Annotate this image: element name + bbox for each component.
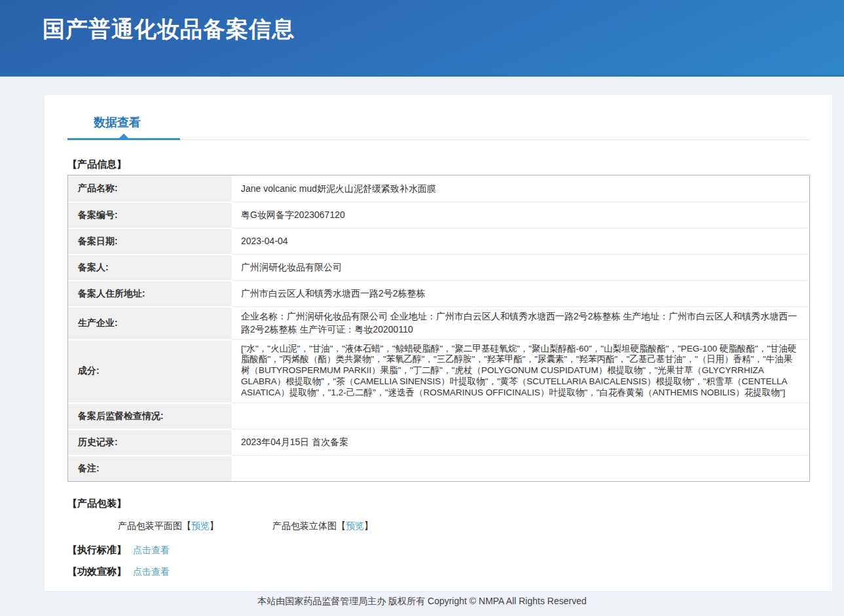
packaging-section-title: 【产品包装】 [67, 498, 832, 510]
active-tab-arrow-icon [119, 134, 128, 138]
bracket-open: 【 [182, 520, 191, 532]
table-row-filing-number: 备案编号: 粤G妆网备字2023067120 [68, 202, 809, 228]
efficacy-view-link[interactable]: 点击查看 [133, 566, 170, 577]
row-label: 备案编号: [68, 202, 232, 228]
tab-divider [67, 139, 810, 140]
efficacy-label: 【功效宣称】 [67, 566, 126, 577]
packaging-stereo-preview-link[interactable]: 预览 [346, 520, 364, 532]
standards-row: 【执行标准】点击查看 [67, 544, 832, 556]
table-row-filer-address: 备案人住所地址: 广州市白云区人和镇秀水塘西一路2号2栋整栋 [68, 280, 809, 306]
bracket-close: 】 [210, 520, 219, 532]
table-row-remarks: 备注: [68, 455, 809, 481]
table-row-filing-date: 备案日期: 2023-04-04 [68, 228, 809, 254]
tab-bar: 数据查看 [45, 95, 832, 140]
row-value: Jane volcanic mud妍泥火山泥舒缓紧致补水面膜 [232, 175, 809, 202]
row-value [232, 403, 809, 429]
table-row-supervision: 备案后监督检查情况: [68, 403, 809, 429]
bracket-open: 【 [337, 520, 346, 532]
row-label: 备案后监督检查情况: [68, 403, 232, 429]
row-label: 成分: [68, 339, 232, 403]
tab-data-view[interactable]: 数据查看 [94, 115, 141, 139]
row-label: 备案日期: [68, 228, 232, 254]
product-info-table: 产品名称: Jane volcanic mud妍泥火山泥舒缓紧致补水面膜 备案编… [67, 175, 810, 482]
row-label: 备案人: [68, 254, 232, 280]
packaging-flat-preview-link[interactable]: 预览 [191, 520, 210, 532]
table-row-filer: 备案人: 广州润研化妆品有限公司 [68, 254, 809, 280]
row-value: 2023-04-04 [232, 228, 809, 254]
packaging-row: 产品包装平面图【预览】 产品包装立体图 【预览】 [118, 520, 832, 532]
row-value: 企业名称：广州润研化妆品有限公司 企业地址：广州市白云区人和镇秀水塘西一路2号2… [232, 306, 809, 339]
page-title: 国产普通化妆品备案信息 [0, 0, 844, 45]
product-info-section-title: 【产品信息】 [67, 158, 832, 171]
row-label: 生产企业: [68, 306, 232, 339]
active-tab-underline [67, 138, 180, 140]
row-label: 备案人住所地址: [68, 280, 232, 306]
row-value: 2023年04月15日 首次备案 [232, 429, 809, 455]
footer-copyright: 本站由国家药品监督管理局主办 版权所有 Copyright © NMPA All… [0, 596, 844, 607]
content-card: 数据查看 【产品信息】 产品名称: Jane volcanic mud妍泥火山泥… [45, 95, 832, 591]
row-value [232, 455, 809, 481]
table-row-ingredients: 成分: ["水"，"火山泥"，"甘油"，"液体石蜡"，"鲸蜡硬脂醇"，"聚二甲基… [68, 339, 809, 403]
table-row-product-name: 产品名称: Jane volcanic mud妍泥火山泥舒缓紧致补水面膜 [68, 175, 809, 202]
efficacy-row: 【功效宣称】点击查看 [67, 566, 832, 578]
row-label: 历史记录: [68, 429, 232, 455]
row-label: 备注: [68, 455, 232, 481]
row-value: 广州市白云区人和镇秀水塘西一路2号2栋整栋 [232, 280, 809, 306]
packaging-stereo-label: 产品包装立体图 [272, 520, 337, 532]
row-value: ["水"，"火山泥"，"甘油"，"液体石蜡"，"鲸蜡硬脂醇"，"聚二甲基硅氧烷"… [232, 339, 809, 403]
standards-view-link[interactable]: 点击查看 [133, 545, 170, 555]
header-banner: 国产普通化妆品备案信息 [0, 0, 844, 77]
row-label: 产品名称: [68, 175, 232, 202]
row-value: 粤G妆网备字2023067120 [232, 202, 809, 228]
table-row-history: 历史记录: 2023年04月15日 首次备案 [68, 429, 809, 455]
standards-label: 【执行标准】 [67, 544, 126, 555]
packaging-flat-label: 产品包装平面图 [118, 520, 182, 532]
table-row-manufacturer: 生产企业: 企业名称：广州润研化妆品有限公司 企业地址：广州市白云区人和镇秀水塘… [68, 306, 809, 339]
bracket-close: 】 [364, 520, 373, 532]
row-value: 广州润研化妆品有限公司 [232, 254, 809, 280]
